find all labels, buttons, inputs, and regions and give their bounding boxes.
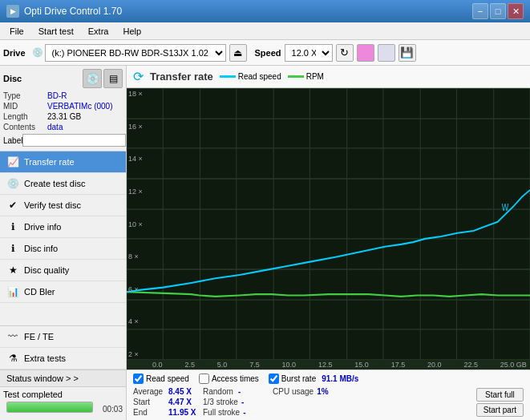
label-label: Label — [3, 136, 22, 145]
nav-transfer-rate[interactable]: 📈 Transfer rate — [0, 151, 126, 173]
eject-button[interactable]: ⏏ — [229, 44, 247, 62]
extra-tests-icon: ⚗ — [6, 352, 19, 365]
average-label: Average — [133, 387, 165, 396]
type-label: Type — [3, 91, 47, 100]
cpu-stat: CPU usage 1% — [273, 387, 345, 396]
contents-label: Contents — [3, 123, 47, 131]
average-value: 8.45 X — [168, 387, 196, 396]
app-title: Opti Drive Control 1.70 — [24, 6, 122, 17]
drive-label: Drive — [3, 48, 26, 58]
app-icon: ▶ — [6, 5, 19, 18]
read-speed-color — [220, 75, 236, 78]
y-label-18: 18 × — [128, 90, 148, 98]
bottom-nav: 〰 FE / TE ⚗ Extra tests — [0, 325, 126, 370]
x-label-2-5: 2.5 — [184, 361, 195, 369]
access-times-checkbox-item[interactable]: Access times — [199, 374, 259, 384]
nav-fe-te-label: FE / TE — [24, 332, 54, 341]
cpu-label: CPU usage — [273, 387, 314, 396]
settings-button2[interactable] — [378, 44, 395, 62]
refresh-button[interactable]: ↻ — [336, 44, 354, 62]
x-label-25: 25.0 GB — [500, 361, 527, 369]
nav-verify-test-disc[interactable]: ✔ Verify test disc — [0, 195, 126, 216]
y-axis-labels: 18 × 16 × 14 × 12 × 10 × 8 × 6 × 4 × 2 × — [127, 88, 149, 360]
stats-area: Average 8.45 X Random - CPU usage 1% — [133, 387, 470, 417]
read-speed-checkbox[interactable] — [133, 374, 144, 384]
burst-rate-value: 91.1 MB/s — [322, 374, 358, 383]
start-full-button[interactable]: Start full — [476, 388, 524, 402]
stroke1-value: - — [241, 398, 269, 406]
full-stroke-value: - — [243, 408, 271, 417]
drive-icon: 💿 — [32, 47, 43, 58]
read-speed-checkbox-item[interactable]: Read speed — [133, 374, 189, 384]
nav-drive-info[interactable]: ℹ Drive info — [0, 216, 126, 238]
close-button[interactable]: ✕ — [508, 3, 524, 19]
burst-rate-checkbox-item[interactable]: Burst rate 91.1 MB/s — [269, 374, 359, 384]
legend-read-speed: Read speed — [220, 72, 281, 81]
minimize-button[interactable]: − — [472, 3, 488, 19]
random-label: Random — [203, 387, 235, 396]
nav-disc-quality[interactable]: ★ Disc quality — [0, 260, 126, 281]
y-label-12: 12 × — [128, 188, 148, 196]
verify-disc-icon: ✔ — [6, 199, 19, 212]
y-label-14: 14 × — [128, 155, 148, 163]
disc-section: Disc 💿 ▤ Type BD-R MID VERBATIMc (000) L… — [0, 66, 126, 151]
menu-file[interactable]: File — [3, 25, 30, 38]
nav-verify-test-disc-label: Verify test disc — [24, 200, 81, 210]
menu-extra[interactable]: Extra — [82, 25, 115, 38]
disc-options-btn[interactable]: ▤ — [103, 69, 123, 88]
x-label-5: 5.0 — [217, 361, 228, 369]
chart-area: 18× 16× 14× 12× 10× 8× 6× 4× 2× — [127, 88, 530, 360]
burst-rate-checkbox[interactable] — [269, 374, 279, 384]
disc-quality-icon: ★ — [6, 264, 19, 277]
nav-cd-bler[interactable]: 📊 CD Bler — [0, 281, 126, 303]
contents-value: data — [47, 123, 63, 131]
nav-create-test-disc[interactable]: 💿 Create test disc — [0, 173, 126, 195]
x-label-10: 10.0 — [282, 361, 297, 369]
legend-read-speed-label: Read speed — [238, 72, 281, 81]
y-label-6: 6 × — [128, 285, 148, 293]
settings-button1[interactable] — [357, 44, 374, 62]
svg-text:W: W — [502, 201, 509, 212]
status-window-btn[interactable]: Status window > > — [0, 370, 126, 386]
x-label-0: 0.0 — [152, 361, 163, 369]
nav-disc-info-label: Disc info — [24, 244, 58, 253]
cd-bler-icon: 📊 — [6, 285, 19, 298]
length-value: 23.31 GB — [47, 112, 81, 121]
nav-section: 📈 Transfer rate 💿 Create test disc ✔ Ver… — [0, 151, 126, 325]
end-label: End — [133, 408, 165, 417]
stats-row-2: Start 4.47 X 1/3 stroke - — [133, 398, 470, 406]
nav-extra-tests-label: Extra tests — [24, 353, 66, 363]
save-button[interactable]: 💾 — [399, 44, 416, 62]
label-input[interactable] — [22, 134, 126, 147]
menu-start-test[interactable]: Start test — [32, 25, 80, 38]
nav-disc-info[interactable]: ℹ Disc info — [0, 238, 126, 260]
start-label: Start — [133, 398, 165, 406]
start-part-button[interactable]: Start part — [476, 403, 524, 417]
random-value: - — [238, 387, 266, 396]
disc-info-icon: ℹ — [6, 242, 19, 255]
start-stat: Start 4.47 X — [133, 398, 196, 406]
menu-help[interactable]: Help — [116, 25, 148, 38]
maximize-button[interactable]: □ — [490, 3, 506, 19]
create-disc-icon: 💿 — [6, 177, 19, 190]
transfer-rate-icon: 📈 — [6, 155, 19, 168]
y-label-16: 16 × — [128, 123, 148, 131]
nav-extra-tests[interactable]: ⚗ Extra tests — [0, 348, 126, 370]
chart-svg: 18× 16× 14× 12× 10× 8× 6× 4× 2× — [127, 88, 530, 360]
access-times-checkbox[interactable] — [199, 374, 209, 384]
drive-select[interactable]: (k:) PIONEER BD-RW BDR-S13JX 1.02 — [45, 44, 226, 62]
x-label-15: 15.0 — [354, 361, 369, 369]
disc-icon-btn[interactable]: 💿 — [83, 69, 102, 88]
chart-header: ⟳ Transfer rate Read speed RPM — [127, 66, 530, 88]
progress-time: 00:03 — [103, 405, 123, 414]
start-value: 4.47 X — [168, 398, 196, 406]
nav-fe-te[interactable]: 〰 FE / TE — [0, 326, 126, 348]
stroke1-label: 1/3 stroke — [203, 398, 238, 406]
speed-select[interactable]: 12.0 X Max 4.0 X 8.0 X 16.0 X — [285, 44, 333, 62]
toolbar: Drive 💿 (k:) PIONEER BD-RW BDR-S13JX 1.0… — [0, 40, 530, 66]
chart-icon: ⟳ — [133, 69, 144, 84]
stats-row-3: End 11.95 X Full stroke - — [133, 408, 470, 417]
menu-bar: File Start test Extra Help — [0, 22, 530, 40]
status-bar: Test completed 00:03 — [0, 386, 126, 420]
progress-bar-fill — [7, 402, 92, 412]
